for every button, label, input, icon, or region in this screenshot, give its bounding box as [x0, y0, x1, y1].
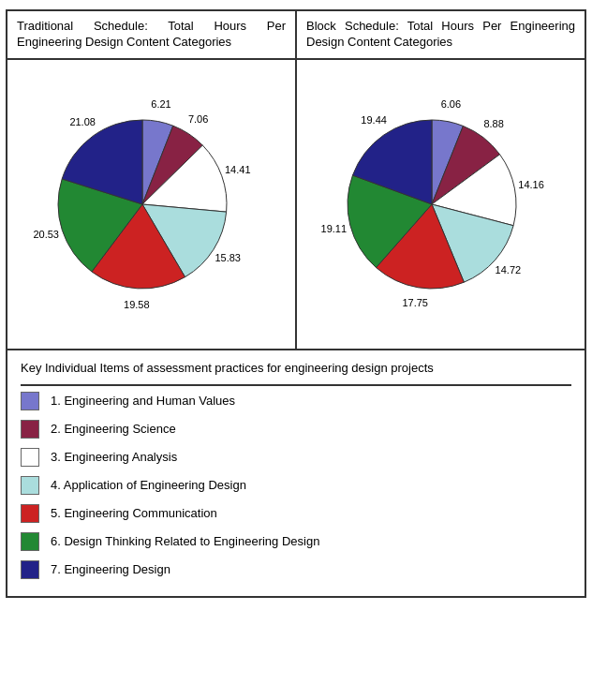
legend-title: Key Individual Items of assessment pract…: [21, 360, 571, 377]
block-pie-chart: 6.068.8814.1614.7217.7519.1119.44: [319, 78, 563, 331]
legend-swatch: [21, 392, 39, 410]
svg-text:17.75: 17.75: [402, 297, 428, 308]
svg-text:6.06: 6.06: [440, 98, 460, 110]
legend-item-label: 7. Engineering Design: [51, 562, 170, 576]
main-container: Traditional Schedule: Total Hours Per En…: [6, 9, 586, 598]
header-row: Traditional Schedule: Total Hours Per En…: [7, 11, 585, 60]
traditional-pie-chart: 6.217.0614.4115.8319.5820.5321.08: [30, 78, 274, 331]
svg-text:19.58: 19.58: [124, 299, 150, 310]
legend-swatch: [21, 448, 39, 467]
legend-item: 1. Engineering and Human Values: [21, 392, 571, 410]
svg-text:21.08: 21.08: [69, 116, 96, 127]
legend-swatch: [21, 532, 39, 551]
legend-item: 3. Engineering Analysis: [21, 448, 571, 467]
legend-item: 5. Engineering Communication: [21, 504, 571, 523]
legend-section: Key Individual Items of assessment pract…: [7, 350, 585, 596]
block-chart-cell: 6.068.8814.1614.7217.7519.1119.44: [297, 60, 585, 349]
svg-text:14.41: 14.41: [224, 163, 250, 174]
svg-text:8.88: 8.88: [483, 117, 503, 128]
svg-text:15.83: 15.83: [215, 252, 241, 263]
traditional-header: Traditional Schedule: Total Hours Per En…: [7, 11, 297, 58]
legend-swatch: [21, 504, 39, 523]
legend-item-label: 3. Engineering Analysis: [51, 450, 177, 464]
svg-text:14.16: 14.16: [518, 178, 544, 189]
legend-item-label: 1. Engineering and Human Values: [51, 394, 235, 408]
legend-divider: [21, 384, 571, 386]
svg-text:20.53: 20.53: [33, 229, 59, 240]
legend-item: 4. Application of Engineering Design: [21, 476, 571, 495]
svg-text:7.06: 7.06: [187, 113, 207, 125]
legend-item: 2. Engineering Science: [21, 420, 571, 439]
svg-text:19.44: 19.44: [361, 114, 387, 126]
legend-items: 1. Engineering and Human Values2. Engine…: [21, 392, 571, 579]
legend-item-label: 4. Application of Engineering Design: [51, 478, 246, 492]
legend-item-label: 5. Engineering Communication: [51, 506, 217, 520]
svg-text:14.72: 14.72: [495, 264, 521, 276]
legend-item-label: 2. Engineering Science: [51, 422, 176, 436]
svg-text:6.21: 6.21: [151, 98, 170, 110]
svg-text:19.11: 19.11: [320, 222, 347, 233]
legend-swatch: [21, 476, 39, 495]
traditional-chart-cell: 6.217.0614.4115.8319.5820.5321.08: [7, 60, 297, 349]
legend-item: 7. Engineering Design: [21, 560, 571, 579]
block-header: Block Schedule: Total Hours Per Engineer…: [297, 11, 585, 58]
charts-row: 6.217.0614.4115.8319.5820.5321.08 6.068.…: [7, 60, 585, 350]
legend-item: 6. Design Thinking Related to Engineerin…: [21, 532, 571, 551]
legend-swatch: [21, 560, 39, 579]
legend-swatch: [21, 420, 39, 439]
legend-item-label: 6. Design Thinking Related to Engineerin…: [51, 534, 319, 548]
